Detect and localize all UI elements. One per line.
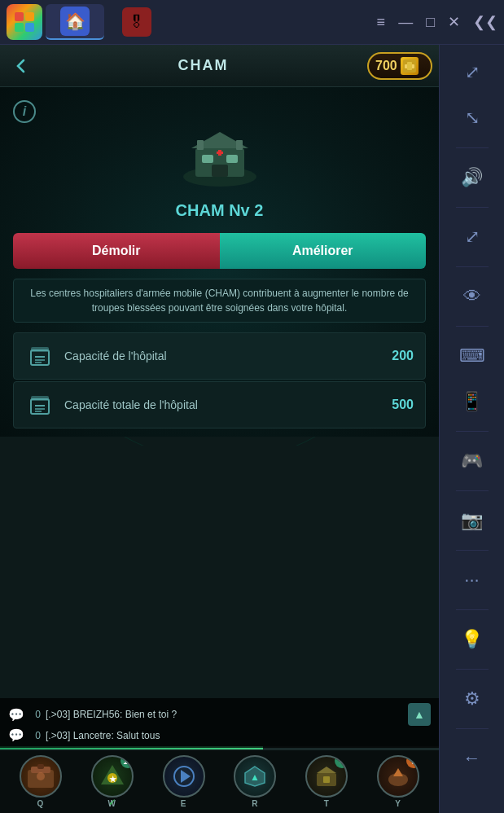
svg-rect-16 (236, 140, 243, 150)
volume-icon[interactable]: 🔊 (453, 158, 492, 197)
expand-icon[interactable]: ⤢ (453, 53, 492, 92)
chat-message-1: [.>03] Lancetre: Salut tous (46, 730, 160, 741)
keyboard-icon[interactable]: ⌨ (453, 336, 492, 376)
svg-rect-11 (226, 155, 238, 163)
camera-record-icon[interactable]: 📷 (453, 501, 492, 540)
hotkey-q[interactable]: Q (20, 755, 62, 808)
svg-rect-3 (25, 23, 34, 32)
tab-bar: 🏠 🎖 (0, 4, 166, 40)
svg-point-30 (37, 772, 45, 780)
svg-rect-10 (202, 155, 213, 163)
lightbulb-icon[interactable]: 💡 (453, 620, 492, 659)
divider (456, 669, 489, 670)
building-sprite (179, 124, 261, 189)
hotkey-r[interactable]: ▲ R (234, 755, 276, 808)
hotkey-e[interactable]: E (163, 755, 205, 808)
home-tab-icon: 🏠 (60, 7, 90, 36)
description-box: Les centres hospitaliers d'armée mobile … (13, 279, 426, 323)
gamepad-icon[interactable]: 🎮 (453, 442, 492, 481)
ameliorer-button[interactable]: Améliorer (220, 233, 427, 269)
hotkey-r-key: R (252, 799, 258, 808)
shrink-icon[interactable]: ⤡ (453, 99, 492, 138)
svg-rect-6 (407, 62, 412, 70)
svg-rect-14 (218, 150, 221, 156)
stat-label-capacity: Capacité de l'hôpital (64, 349, 382, 363)
svg-rect-12 (212, 165, 228, 177)
phone-icon[interactable]: 📱 (453, 382, 492, 421)
hotkey-r-btn[interactable]: ▲ (234, 755, 276, 798)
divider (456, 609, 489, 610)
action-buttons: Démolir Améliorer (13, 233, 426, 269)
top-bar: 🏠 🎖 ≡ — □ ✕ ❮❮ (0, 0, 504, 45)
game-tab-icon: 🎖 (122, 7, 151, 37)
divider (456, 326, 489, 327)
hospital-total-icon (25, 390, 55, 420)
right-sidebar: ⤢ ⤡ 🔊 ⤢ 👁 ⌨ 📱 🎮 📷 ··· 💡 ⚙ ← (439, 45, 504, 813)
hotkey-w-check: ✓ (108, 797, 116, 808)
chat-row-0: 💬 0 [.>03] BREIZH56: Bien et toi ? ▲ (8, 703, 431, 726)
hotkey-t-btn[interactable]: 4 (305, 755, 348, 798)
currency-badge: 700 (367, 52, 432, 80)
stat-value-capacity: 200 (392, 349, 414, 363)
alert-icon[interactable]: ▲ (408, 703, 431, 726)
svg-rect-2 (15, 23, 24, 32)
hotkey-y-btn[interactable]: 9 (377, 755, 419, 798)
hotkey-q-btn[interactable] (20, 755, 62, 798)
stat-label-total-capacity: Capacité totale de l'hôpital (64, 398, 382, 411)
hospital-capacity-icon (25, 341, 55, 371)
tab-game[interactable]: 🎖 (107, 4, 166, 40)
window-controls: ≡ — □ ✕ ❮❮ (377, 13, 504, 31)
back-double-icon[interactable]: ❮❮ (473, 13, 497, 31)
building-title: CHAM Nv 2 (176, 201, 264, 220)
info-icon[interactable]: i (13, 100, 36, 123)
hotkey-q-key: Q (37, 799, 45, 808)
tab-home[interactable]: 🏠 (46, 4, 104, 40)
svg-rect-0 (15, 12, 24, 21)
stat-row-total-capacity: Capacité totale de l'hôpital 500 (13, 381, 426, 428)
hotkey-e-key: E (181, 799, 187, 808)
currency-value: 700 (375, 59, 397, 73)
svg-text:▲: ▲ (250, 771, 260, 783)
hotkey-e-btn[interactable] (163, 755, 205, 798)
minimize-icon[interactable]: — (398, 14, 413, 31)
stats-container: Capacité de l'hôpital 200 Capacité total… (13, 332, 426, 428)
settings-icon[interactable]: ⚙ (453, 679, 492, 719)
bluestacks-logo[interactable] (7, 4, 42, 40)
divider (456, 266, 489, 267)
back-button[interactable] (3, 48, 39, 84)
hotkey-bar: Q ★ 10 ✓ W E (0, 749, 439, 813)
divider (456, 431, 489, 432)
divider (456, 490, 489, 491)
hotkey-y[interactable]: 9 Y (377, 755, 419, 808)
hotkey-w-btn[interactable]: ★ 10 (91, 755, 134, 798)
resize-icon[interactable]: ⤢ (453, 218, 492, 257)
demolir-button[interactable]: Démolir (13, 233, 220, 269)
hotkey-y-badge: 9 (406, 755, 419, 768)
stat-value-total-capacity: 500 (392, 398, 414, 412)
svg-rect-15 (197, 140, 204, 150)
page-title: CHAM (39, 57, 367, 74)
close-icon[interactable]: ✕ (448, 13, 460, 31)
hotkey-w-badge: 10 (121, 755, 134, 768)
menu-icon[interactable]: ≡ (377, 14, 386, 31)
divider (456, 728, 489, 729)
maximize-icon[interactable]: □ (426, 14, 435, 31)
hotkey-y-key: Y (395, 799, 401, 808)
hotkey-t[interactable]: 4 T (305, 755, 348, 808)
svg-rect-40 (323, 776, 330, 783)
hotkey-w[interactable]: ★ 10 ✓ W (91, 755, 134, 808)
hotkey-t-key: T (324, 799, 330, 808)
divider (456, 207, 489, 208)
chat-area: 💬 0 [.>03] BREIZH56: Bien et toi ? ▲ 💬 0… (0, 698, 439, 748)
divider (456, 550, 489, 551)
chat-bubble-icon-2: 💬 (8, 727, 24, 743)
chat-num-1: 0 (29, 730, 41, 741)
svg-rect-29 (37, 764, 44, 769)
svg-marker-42 (393, 768, 403, 776)
eye-icon[interactable]: 👁 (453, 277, 492, 316)
svg-text:★: ★ (109, 775, 117, 784)
back-sidebar-icon[interactable]: ← (453, 739, 492, 778)
game-header: CHAM 700 (0, 45, 439, 87)
stat-row-capacity: Capacité de l'hôpital 200 (13, 332, 426, 380)
more-options-icon[interactable]: ··· (453, 560, 492, 600)
